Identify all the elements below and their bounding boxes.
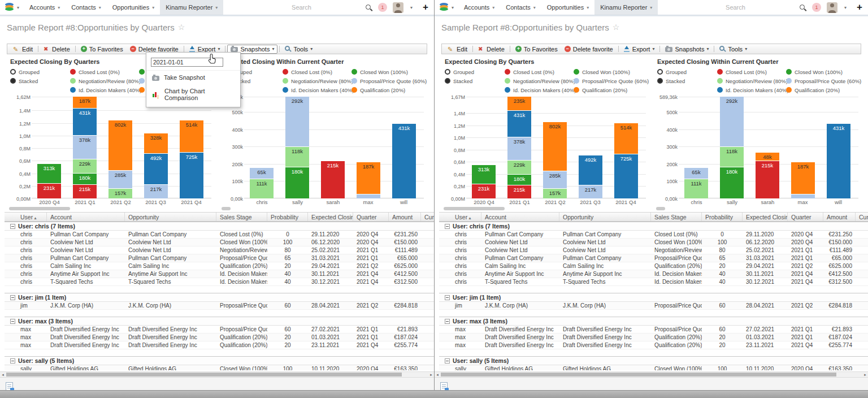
column-header-currency[interactable]: Currency [421,213,434,221]
bar-segment[interactable]: 215k [756,161,779,198]
bar-segment[interactable]: 378k [73,136,97,159]
bar-segment[interactable]: 215k [73,185,97,198]
bar-segment[interactable]: 292k [285,97,309,147]
bar-segment[interactable]: 725k [180,153,203,198]
table-row[interactable]: sallyGifted Holdings AGGifted Holdings A… [439,365,868,370]
bar-segment[interactable]: 313k [472,165,496,184]
bar-segment[interactable]: 48k [756,153,779,161]
delete-button[interactable]: ✖Delete [475,45,508,54]
scroll-right-arrow-icon[interactable]: ▸ [428,372,434,377]
bar-segment[interactable]: 802k [108,120,132,171]
table-row[interactable]: chrisT-Squared TechsT-Squared TechsId. D… [439,278,868,286]
bar-segment[interactable]: 157k [543,189,567,198]
bar-segment[interactable]: 180k [73,174,97,185]
chart-scrollbar-thumb[interactable] [444,207,505,210]
edit-button[interactable]: ✎Edit [444,45,471,54]
add-new-icon[interactable]: + [857,3,862,12]
nav-item-accounts[interactable]: Accounts▾ [458,0,500,15]
snapshots-button[interactable]: Snapshots▾ [662,45,712,54]
column-header-opportunity[interactable]: Opportunity [559,213,651,221]
bar-segment[interactable]: 180k [507,175,531,185]
column-header-user[interactable]: User ▴ [439,213,481,221]
nav-item-contacts[interactable]: Contacts▾ [500,0,541,15]
export-button[interactable]: Export▾ [620,45,658,54]
to-favorites-button[interactable]: +To Favorites [512,45,561,54]
nav-item-opportunities[interactable]: Opportunities▾ [541,0,594,15]
bar-segment[interactable]: 492k [579,155,602,185]
notification-badge[interactable]: 1 [378,3,387,12]
table-row[interactable]: chrisAnytime Air Support IncAnytime Air … [5,270,434,278]
bar-segment[interactable]: 118k [720,147,744,167]
logo-caret-icon[interactable]: ▾ [452,5,454,10]
column-header-amount[interactable]: Amount [389,213,421,221]
bar-segment[interactable]: 157k [108,189,132,198]
bar-segment[interactable]: 514k [614,123,638,154]
table-row[interactable]: chrisCoolview Net LtdCoolview Net LtdClo… [439,239,868,246]
chart-scrollbar-thumb[interactable] [656,207,665,210]
column-header-expected-closing[interactable]: Expected Closing [308,213,353,221]
table-row[interactable]: chrisPullman Cart CompanyPullman Cart Co… [439,254,868,262]
bar-segment[interactable]: 285k [108,171,132,189]
column-header-probability[interactable]: Probability [267,213,308,221]
column-header-sales-stage[interactable]: Sales Stage [651,213,702,221]
snapshot-date-input[interactable] [151,58,223,67]
column-header-probability[interactable]: Probability [702,213,743,221]
table-row[interactable]: sallyGifted Holdings AGGifted Holdings A… [5,365,434,370]
table-row[interactable]: maxDraft Diversified Energy IncDraft Div… [439,341,868,349]
table-row[interactable]: maxDraft Diversified Energy IncDraft Div… [5,334,434,341]
radio-stacked[interactable] [10,78,16,84]
bar-segment[interactable]: 328k [144,133,168,154]
add-new-icon[interactable]: + [423,3,428,12]
user-avatar[interactable] [393,2,403,13]
bar-segment[interactable]: 215k [321,161,345,198]
column-header-sales-stage[interactable]: Sales Stage [216,213,267,221]
bar-segment[interactable]: 229k [73,159,97,174]
bar-segment[interactable]: 217k [579,185,602,198]
search-input[interactable] [726,4,793,11]
edit-button[interactable]: ✎Edit [10,45,36,54]
column-header-amount[interactable]: Amount [823,213,856,221]
tools-button[interactable]: Tools▾ [281,45,316,54]
search-icon[interactable] [365,4,372,11]
table-row[interactable]: chrisCoolview Net LtdCoolview Net LtdClo… [5,239,434,246]
collapse-group-icon[interactable] [445,358,450,364]
table-row[interactable]: chrisPullman Cart CompanyPullman Cart Co… [5,231,434,239]
nav-item-accounts[interactable]: Accounts▾ [24,0,66,15]
avatar-caret-icon[interactable]: ▾ [410,5,413,10]
favorite-star-icon[interactable]: ☆ [613,23,620,32]
column-header-currency[interactable]: Currency [856,213,868,221]
search-input[interactable] [292,4,359,11]
table-row[interactable]: chrisPullman Cart CompanyPullman Cart Co… [5,254,434,262]
table-row[interactable]: chrisCalm Sailing IncCalm Sailing IncQua… [439,262,868,270]
bar-segment[interactable]: 65k [250,168,274,179]
bar-segment[interactable]: 431k [73,109,97,136]
scroll-right-arrow-icon[interactable]: ▸ [862,372,868,377]
column-header-account[interactable]: Account [47,213,125,221]
table-row[interactable]: jimJ.K.M. Corp (HA)J.K.M. Corp (HA)Propo… [439,302,868,310]
column-header-quarter[interactable]: Quarter [788,213,823,221]
column-header-user[interactable]: User ▴ [5,213,47,221]
table-row[interactable]: maxDraft Diversified Energy IncDraft Div… [439,334,868,341]
export-report-icon[interactable] [440,382,448,391]
bar-segment[interactable]: 111k [684,179,708,198]
collapse-group-icon[interactable] [10,358,15,364]
bar-segment[interactable]: 187k [791,162,815,194]
bar-segment[interactable]: 431k [507,111,531,137]
collapse-group-icon[interactable] [10,295,15,300]
window-bottom-scrollbar[interactable] [0,390,868,398]
bar-segment[interactable]: 180k [720,167,744,198]
bar-segment[interactable]: 313k [37,164,61,184]
radio-stacked[interactable] [445,78,450,84]
bar-segment[interactable]: 231k [472,184,496,198]
bar-segment[interactable] [357,194,380,198]
tools-button[interactable]: Tools▾ [716,45,750,54]
table-row[interactable]: chrisAnytime Air Support IncAnytime Air … [439,270,868,278]
table-row[interactable]: maxDraft Diversified Energy IncDraft Div… [5,326,434,334]
scrollbar-thumb[interactable] [441,373,836,377]
nav-item-kinamu-reporter[interactable]: Kinamu Reporter▾ [160,0,223,15]
bar-segment[interactable]: 187k [357,162,380,194]
bar-segment[interactable]: 231k [37,184,61,198]
user-avatar[interactable] [827,2,837,13]
collapse-group-icon[interactable] [445,319,450,324]
bar-segment[interactable]: 431k [827,124,850,198]
